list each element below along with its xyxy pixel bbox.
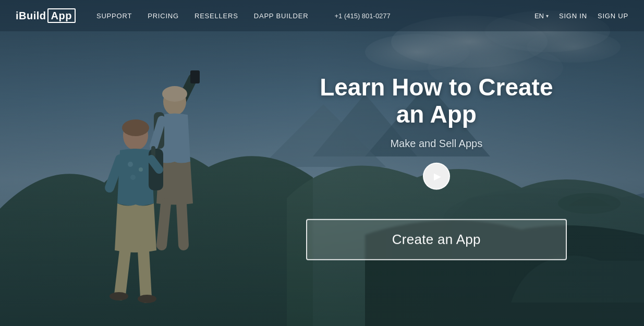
navbar: iBuildApp SUPPORT PRICING RESELLERS DAPP…: [0, 0, 644, 31]
play-button[interactable]: ▶: [423, 163, 450, 190]
logo-boxed: App: [47, 8, 76, 23]
hero-title: Learn How to Create an App: [306, 73, 567, 128]
nav-links: SUPPORT PRICING RESELLERS DAPP BUILDER +…: [96, 12, 534, 20]
create-app-button[interactable]: Create an App: [306, 219, 567, 260]
nav-phone: +1 (415) 801-0277: [334, 12, 390, 20]
logo-text: iBuildApp: [16, 10, 76, 22]
language-label: EN: [534, 12, 544, 20]
logo-prefix: iBuild: [16, 10, 46, 21]
language-selector[interactable]: EN ▾: [534, 12, 549, 20]
nav-support[interactable]: SUPPORT: [96, 12, 132, 20]
nav-right: EN ▾ SIGN IN SIGN UP: [534, 12, 628, 20]
nav-dapp-builder[interactable]: DAPP BUILDER: [254, 12, 309, 20]
nav-resellers[interactable]: RESELLERS: [195, 12, 238, 20]
hero-content: Learn How to Create an App Make and Sell…: [306, 73, 567, 260]
signin-link[interactable]: SIGN IN: [559, 12, 587, 20]
hero-subtitle: Make and Sell Apps: [306, 138, 567, 150]
hero-section: iBuildApp SUPPORT PRICING RESELLERS DAPP…: [0, 0, 644, 326]
signup-link[interactable]: SIGN UP: [598, 12, 628, 20]
play-icon: ▶: [434, 171, 441, 182]
nav-pricing[interactable]: PRICING: [148, 12, 179, 20]
chevron-down-icon: ▾: [546, 13, 549, 19]
logo[interactable]: iBuildApp: [16, 10, 76, 22]
